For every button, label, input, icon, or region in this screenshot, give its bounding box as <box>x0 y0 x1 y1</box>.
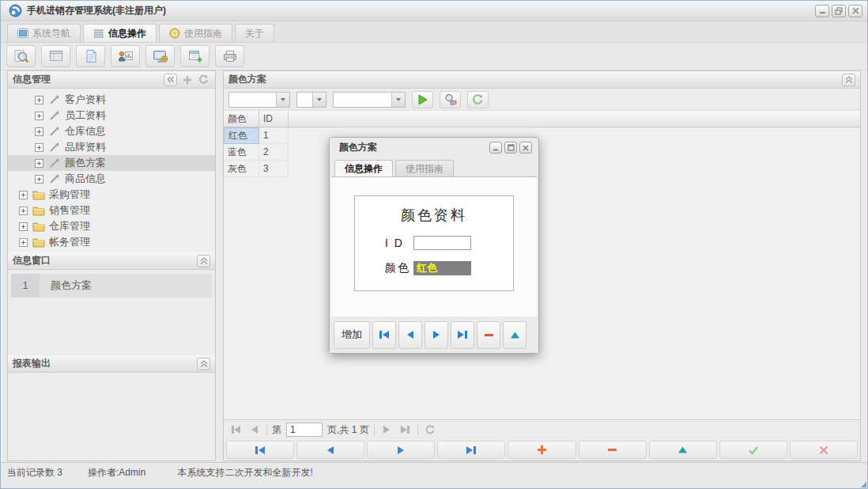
refresh-grid-button[interactable] <box>467 91 489 108</box>
expand-icon[interactable] <box>35 159 43 168</box>
grid-cell-id[interactable]: 2 <box>259 144 289 161</box>
expand-icon[interactable] <box>35 96 43 104</box>
wand-icon <box>48 173 61 184</box>
monitor-globe-icon <box>153 49 168 63</box>
column-header-color[interactable]: 颜色 <box>224 111 259 127</box>
combo-dropdown-button[interactable] <box>391 93 405 107</box>
grid-header-row: 颜色 ID <box>224 111 860 127</box>
page-last-button[interactable] <box>398 423 413 437</box>
grid-cell-color[interactable]: 灰色 <box>224 161 259 177</box>
monitor-button[interactable] <box>145 45 175 67</box>
tree-item-color-scheme[interactable]: 颜色方案 <box>8 155 215 171</box>
dialog-tab-user-guide[interactable]: 使用指南 <box>395 160 454 176</box>
expand-icon[interactable] <box>19 207 28 215</box>
tree-item-brand-data[interactable]: 品牌资料 <box>8 139 215 155</box>
grid-row[interactable]: 红色 1 <box>224 127 860 144</box>
page-refresh-button[interactable] <box>423 423 437 437</box>
search-document-button[interactable] <box>6 45 36 67</box>
guide-coin-icon <box>169 28 180 39</box>
new-document-button[interactable] <box>76 45 105 67</box>
dialog-next-button[interactable] <box>425 321 448 349</box>
expand-icon[interactable] <box>35 175 43 184</box>
tree-item-employee-data[interactable]: 员工资料 <box>8 108 215 123</box>
dialog-first-button[interactable] <box>372 321 396 349</box>
table-view-button[interactable] <box>41 45 70 67</box>
id-input[interactable] <box>413 236 471 250</box>
window-add-button[interactable] <box>180 45 209 67</box>
page-next-button[interactable] <box>379 423 394 437</box>
dialog-last-button[interactable] <box>451 321 474 349</box>
operator-combo[interactable] <box>296 92 326 108</box>
minimize-icon <box>819 7 826 14</box>
user-report-button[interactable] <box>111 45 140 67</box>
grid-row[interactable]: 灰色 3 <box>224 161 860 177</box>
dialog-up-button[interactable] <box>503 321 526 349</box>
edit-up-button[interactable] <box>649 441 717 459</box>
grid-cell-color[interactable]: 红色 <box>224 127 259 144</box>
expand-icon[interactable] <box>35 127 43 136</box>
collapse-panel-button[interactable] <box>197 358 210 370</box>
wand-icon <box>48 142 61 153</box>
prev-record-button[interactable] <box>296 441 364 459</box>
close-button[interactable] <box>848 5 862 17</box>
color-value-field[interactable]: 红色 <box>413 261 471 275</box>
grid-cell-color[interactable]: 蓝色 <box>224 144 259 161</box>
grid-cell-id[interactable]: 1 <box>259 127 289 144</box>
clear-filter-button[interactable] <box>440 91 461 108</box>
expand-icon[interactable] <box>35 143 43 152</box>
field-combo[interactable] <box>228 92 290 108</box>
resize-grip[interactable] <box>861 482 866 487</box>
collapse-left-button[interactable] <box>164 74 177 86</box>
last-record-button[interactable] <box>437 441 505 459</box>
tree-item-customer-data[interactable]: 客户资料 <box>8 92 215 108</box>
tab-user-guide[interactable]: 使用指南 <box>159 24 232 42</box>
tree-item-sales-management[interactable]: 销售管理 <box>8 203 215 218</box>
tree-item-warehouse-info[interactable]: 仓库信息 <box>8 123 215 139</box>
combo-dropdown-button[interactable] <box>312 93 326 107</box>
collapse-panel-button[interactable] <box>842 74 855 86</box>
dialog-prev-button[interactable] <box>398 321 422 349</box>
page-prev-button[interactable] <box>247 423 262 437</box>
expand-icon[interactable] <box>19 238 28 247</box>
add-node-button[interactable] <box>180 74 194 86</box>
tab-system-navigation[interactable]: 系统导航 <box>7 24 81 42</box>
minimize-button[interactable] <box>815 5 829 17</box>
restore-button[interactable] <box>832 5 846 17</box>
next-record-button[interactable] <box>367 441 435 459</box>
page-number-input[interactable] <box>286 423 323 437</box>
expand-icon[interactable] <box>35 112 43 120</box>
first-record-button[interactable] <box>226 441 294 459</box>
refresh-tree-button[interactable] <box>197 74 210 86</box>
expand-icon[interactable] <box>19 222 28 231</box>
grid-cell-id[interactable]: 3 <box>259 161 289 177</box>
add-record-button[interactable] <box>508 441 576 459</box>
dialog-close-button[interactable] <box>519 142 532 154</box>
tree-item-product-info[interactable]: 商品信息 <box>8 171 215 187</box>
grid-row[interactable]: 蓝色 2 <box>224 144 860 161</box>
add-button[interactable]: 增加 <box>334 321 370 349</box>
dialog-title-bar[interactable]: 颜色方案 <box>330 138 538 157</box>
dialog-tab-info-operation[interactable]: 信息操作 <box>334 160 393 176</box>
accept-button[interactable] <box>719 441 787 459</box>
value-combo[interactable] <box>333 92 406 108</box>
page-first-button[interactable] <box>228 423 243 437</box>
run-query-button[interactable] <box>412 91 433 108</box>
dialog-minimize-button[interactable] <box>489 142 502 154</box>
column-header-id[interactable]: ID <box>259 111 289 127</box>
delete-record-button[interactable] <box>579 441 647 459</box>
tab-about[interactable]: 关于 <box>235 24 274 42</box>
report-output-header: 报表输出 <box>8 355 215 373</box>
collapse-panel-button[interactable] <box>197 255 210 267</box>
tree-item-account-management[interactable]: 帐务管理 <box>8 234 215 250</box>
printer-button[interactable] <box>215 45 244 67</box>
combo-dropdown-button[interactable] <box>276 93 289 107</box>
tree-item-purchase-management[interactable]: 采购管理 <box>8 187 215 203</box>
dialog-delete-button[interactable] <box>477 321 500 349</box>
document-icon <box>83 49 99 63</box>
cancel-button[interactable] <box>790 441 858 459</box>
tree-item-warehouse-management[interactable]: 仓库管理 <box>8 218 215 234</box>
window-list-item[interactable]: 1 颜色方案 <box>11 274 212 298</box>
dialog-maximize-button[interactable] <box>504 142 517 154</box>
expand-icon[interactable] <box>19 191 28 199</box>
tab-info-operation[interactable]: 信息操作 <box>83 24 157 42</box>
